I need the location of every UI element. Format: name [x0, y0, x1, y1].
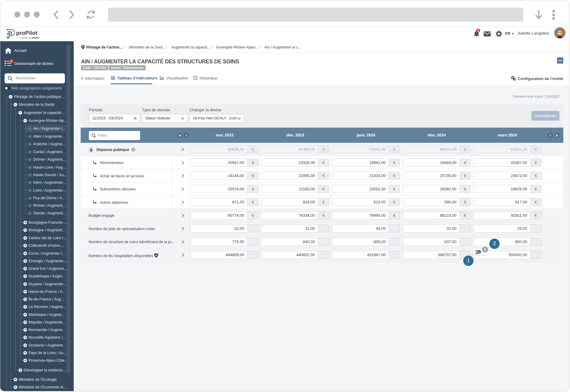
svg-text:1: 1: [477, 29, 479, 32]
svg-text:2: 2: [11, 60, 12, 63]
svg-text:i: i: [133, 148, 134, 151]
